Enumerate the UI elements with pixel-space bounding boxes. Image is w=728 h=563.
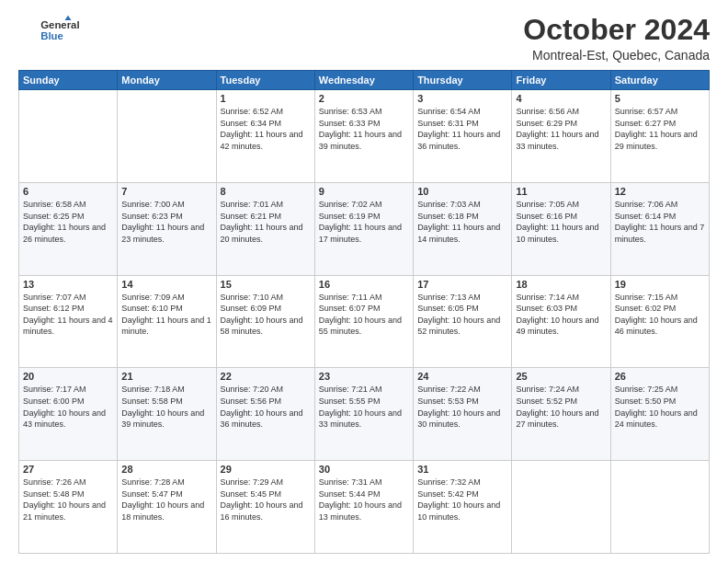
- calendar-cell: 10Sunrise: 7:03 AM Sunset: 6:18 PM Dayli…: [414, 182, 512, 275]
- day-info: Sunrise: 7:13 AM Sunset: 6:05 PM Dayligh…: [417, 292, 507, 338]
- day-number: 30: [319, 464, 409, 475]
- header-monday: Monday: [118, 71, 216, 90]
- calendar-cell: 6Sunrise: 6:58 AM Sunset: 6:25 PM Daylig…: [19, 182, 118, 275]
- calendar-cell: 16Sunrise: 7:11 AM Sunset: 6:07 PM Dayli…: [314, 275, 413, 368]
- calendar-cell: 31Sunrise: 7:32 AM Sunset: 5:42 PM Dayli…: [414, 461, 512, 554]
- day-number: 25: [516, 371, 606, 382]
- calendar-cell: [118, 90, 216, 183]
- day-number: 8: [221, 186, 311, 197]
- day-info: Sunrise: 7:28 AM Sunset: 5:47 PM Dayligh…: [121, 477, 211, 523]
- day-info: Sunrise: 7:02 AM Sunset: 6:19 PM Dayligh…: [319, 199, 409, 245]
- day-info: Sunrise: 7:01 AM Sunset: 6:21 PM Dayligh…: [221, 199, 311, 245]
- day-number: 21: [121, 371, 211, 382]
- day-number: 5: [615, 93, 705, 104]
- day-number: 31: [417, 464, 507, 475]
- day-number: 20: [23, 371, 113, 382]
- calendar-cell: 20Sunrise: 7:17 AM Sunset: 6:00 PM Dayli…: [19, 368, 118, 461]
- calendar-cell: 9Sunrise: 7:02 AM Sunset: 6:19 PM Daylig…: [314, 182, 413, 275]
- calendar-cell: 25Sunrise: 7:24 AM Sunset: 5:52 PM Dayli…: [512, 368, 610, 461]
- calendar-cell: 21Sunrise: 7:18 AM Sunset: 5:58 PM Dayli…: [118, 368, 216, 461]
- calendar-cell: 15Sunrise: 7:10 AM Sunset: 6:09 PM Dayli…: [216, 275, 314, 368]
- calendar-cell: 17Sunrise: 7:13 AM Sunset: 6:05 PM Dayli…: [414, 275, 512, 368]
- day-info: Sunrise: 7:07 AM Sunset: 6:12 PM Dayligh…: [23, 292, 113, 338]
- day-info: Sunrise: 7:21 AM Sunset: 5:55 PM Dayligh…: [319, 384, 409, 430]
- month-title: October 2024: [523, 14, 710, 46]
- day-info: Sunrise: 7:29 AM Sunset: 5:45 PM Dayligh…: [221, 477, 311, 523]
- day-info: Sunrise: 7:05 AM Sunset: 6:16 PM Dayligh…: [516, 199, 606, 245]
- calendar-cell: 5Sunrise: 6:57 AM Sunset: 6:27 PM Daylig…: [610, 90, 709, 183]
- day-number: 2: [319, 93, 409, 104]
- day-info: Sunrise: 6:54 AM Sunset: 6:31 PM Dayligh…: [417, 106, 507, 152]
- calendar-cell: [512, 461, 610, 554]
- day-info: Sunrise: 7:26 AM Sunset: 5:48 PM Dayligh…: [23, 477, 113, 523]
- day-number: 10: [417, 186, 507, 197]
- calendar-table: Sunday Monday Tuesday Wednesday Thursday…: [18, 70, 710, 554]
- calendar-week-1: 1Sunrise: 6:52 AM Sunset: 6:34 PM Daylig…: [19, 90, 710, 183]
- header-wednesday: Wednesday: [314, 71, 413, 90]
- day-info: Sunrise: 7:09 AM Sunset: 6:10 PM Dayligh…: [121, 292, 211, 338]
- day-info: Sunrise: 6:53 AM Sunset: 6:33 PM Dayligh…: [319, 106, 409, 152]
- location: Montreal-Est, Quebec, Canada: [523, 48, 710, 63]
- calendar-cell: 7Sunrise: 7:00 AM Sunset: 6:23 PM Daylig…: [118, 182, 216, 275]
- svg-text:General: General: [40, 19, 79, 30]
- calendar-cell: 4Sunrise: 6:56 AM Sunset: 6:29 PM Daylig…: [512, 90, 610, 183]
- header-tuesday: Tuesday: [216, 71, 314, 90]
- day-info: Sunrise: 7:32 AM Sunset: 5:42 PM Dayligh…: [417, 477, 507, 523]
- day-info: Sunrise: 7:17 AM Sunset: 6:00 PM Dayligh…: [23, 384, 113, 430]
- day-info: Sunrise: 6:58 AM Sunset: 6:25 PM Dayligh…: [23, 199, 113, 245]
- day-info: Sunrise: 7:22 AM Sunset: 5:53 PM Dayligh…: [417, 384, 507, 430]
- logo: General Blue: [18, 14, 92, 46]
- day-number: 17: [417, 279, 507, 290]
- day-number: 18: [516, 279, 606, 290]
- day-number: 7: [121, 186, 211, 197]
- day-info: Sunrise: 6:52 AM Sunset: 6:34 PM Dayligh…: [221, 106, 311, 152]
- header-friday: Friday: [512, 71, 610, 90]
- header-saturday: Saturday: [610, 71, 709, 90]
- calendar-cell: 14Sunrise: 7:09 AM Sunset: 6:10 PM Dayli…: [118, 275, 216, 368]
- svg-text:Blue: Blue: [40, 30, 63, 41]
- title-block: October 2024 Montreal-Est, Quebec, Canad…: [523, 14, 710, 63]
- logo-icon: General Blue: [18, 14, 92, 46]
- day-number: 11: [516, 186, 606, 197]
- day-number: 27: [23, 464, 113, 475]
- day-number: 29: [221, 464, 311, 475]
- calendar-week-2: 6Sunrise: 6:58 AM Sunset: 6:25 PM Daylig…: [19, 182, 710, 275]
- day-info: Sunrise: 7:03 AM Sunset: 6:18 PM Dayligh…: [417, 199, 507, 245]
- day-info: Sunrise: 7:11 AM Sunset: 6:07 PM Dayligh…: [319, 292, 409, 338]
- calendar-week-5: 27Sunrise: 7:26 AM Sunset: 5:48 PM Dayli…: [19, 461, 710, 554]
- calendar-week-3: 13Sunrise: 7:07 AM Sunset: 6:12 PM Dayli…: [19, 275, 710, 368]
- day-number: 23: [319, 371, 409, 382]
- day-info: Sunrise: 6:56 AM Sunset: 6:29 PM Dayligh…: [516, 106, 606, 152]
- calendar-cell: 3Sunrise: 6:54 AM Sunset: 6:31 PM Daylig…: [414, 90, 512, 183]
- calendar-cell: 8Sunrise: 7:01 AM Sunset: 6:21 PM Daylig…: [216, 182, 314, 275]
- day-number: 19: [615, 279, 705, 290]
- day-info: Sunrise: 6:57 AM Sunset: 6:27 PM Dayligh…: [615, 106, 705, 152]
- day-number: 26: [615, 371, 705, 382]
- calendar-cell: [610, 461, 709, 554]
- day-info: Sunrise: 7:20 AM Sunset: 5:56 PM Dayligh…: [221, 384, 311, 430]
- day-number: 12: [615, 186, 705, 197]
- day-number: 24: [417, 371, 507, 382]
- day-info: Sunrise: 7:00 AM Sunset: 6:23 PM Dayligh…: [121, 199, 211, 245]
- day-number: 28: [121, 464, 211, 475]
- calendar-cell: 27Sunrise: 7:26 AM Sunset: 5:48 PM Dayli…: [19, 461, 118, 554]
- day-number: 14: [121, 279, 211, 290]
- calendar-cell: 11Sunrise: 7:05 AM Sunset: 6:16 PM Dayli…: [512, 182, 610, 275]
- calendar-week-4: 20Sunrise: 7:17 AM Sunset: 6:00 PM Dayli…: [19, 368, 710, 461]
- calendar-cell: 19Sunrise: 7:15 AM Sunset: 6:02 PM Dayli…: [610, 275, 709, 368]
- calendar-cell: [19, 90, 118, 183]
- day-number: 9: [319, 186, 409, 197]
- day-number: 1: [221, 93, 311, 104]
- calendar-cell: 26Sunrise: 7:25 AM Sunset: 5:50 PM Dayli…: [610, 368, 709, 461]
- calendar-cell: 30Sunrise: 7:31 AM Sunset: 5:44 PM Dayli…: [314, 461, 413, 554]
- day-info: Sunrise: 7:31 AM Sunset: 5:44 PM Dayligh…: [319, 477, 409, 523]
- day-info: Sunrise: 7:14 AM Sunset: 6:03 PM Dayligh…: [516, 292, 606, 338]
- header-sunday: Sunday: [19, 71, 118, 90]
- day-number: 13: [23, 279, 113, 290]
- day-number: 22: [221, 371, 311, 382]
- svg-marker-2: [65, 16, 72, 20]
- day-info: Sunrise: 7:15 AM Sunset: 6:02 PM Dayligh…: [615, 292, 705, 338]
- day-number: 4: [516, 93, 606, 104]
- day-number: 15: [221, 279, 311, 290]
- day-info: Sunrise: 7:06 AM Sunset: 6:14 PM Dayligh…: [615, 199, 705, 245]
